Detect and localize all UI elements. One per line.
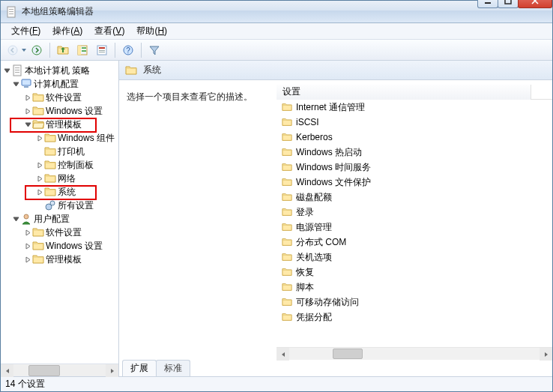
maximize-button[interactable] bbox=[498, 0, 519, 8]
list-header: 设置 bbox=[276, 85, 552, 100]
tree-label: 打印机 bbox=[58, 145, 85, 158]
list-item[interactable]: iSCSI bbox=[276, 115, 552, 130]
toolbar-separator bbox=[115, 43, 115, 58]
scroll-right-icon[interactable] bbox=[106, 364, 118, 377]
scroll-track[interactable] bbox=[13, 365, 106, 376]
folder-icon bbox=[44, 172, 56, 184]
settings-list[interactable]: Internet 通信管理iSCSIKerberosWindows 热启动Win… bbox=[276, 100, 552, 347]
tree-printers[interactable]: 打印机 bbox=[2, 145, 118, 158]
forward-button[interactable] bbox=[28, 42, 46, 58]
svg-point-11 bbox=[32, 46, 41, 55]
tree[interactable]: 本地计算机 策略 计算机配置 软件设置 Windows 设置 bbox=[1, 61, 118, 364]
menu-action[interactable]: 操作(A) bbox=[46, 23, 88, 39]
scroll-right-icon[interactable] bbox=[540, 348, 552, 361]
list-item[interactable]: 关机选项 bbox=[276, 250, 552, 265]
close-button[interactable] bbox=[518, 0, 552, 8]
list-item-label: Windows 文件保护 bbox=[296, 176, 371, 189]
twist-closed-icon[interactable] bbox=[23, 108, 32, 115]
scroll-thumb[interactable] bbox=[333, 349, 363, 359]
app-icon bbox=[5, 6, 17, 18]
tree-u-admin-templates[interactable]: 管理模板 bbox=[2, 253, 118, 266]
tree-user-config[interactable]: 用户配置 bbox=[2, 212, 118, 226]
tree-admin-templates[interactable]: 管理模板 bbox=[2, 118, 118, 131]
svg-rect-19 bbox=[99, 52, 105, 52]
tree-root[interactable]: 本地计算机 策略 bbox=[2, 64, 118, 77]
tree-network[interactable]: 网络 bbox=[2, 172, 118, 185]
twist-closed-icon[interactable] bbox=[23, 229, 32, 236]
minimize-button[interactable] bbox=[477, 0, 498, 8]
toolbar-separator bbox=[141, 43, 142, 58]
folder-icon bbox=[44, 186, 56, 198]
list-horizontal-scrollbar[interactable] bbox=[276, 347, 552, 360]
detail-pane: 系统 选择一个项目来查看它的描述。 设置 Internet 通信管理iSCSIK… bbox=[119, 61, 552, 376]
tree-label: 软件设置 bbox=[46, 226, 82, 239]
tree-label: 系统 bbox=[58, 186, 76, 199]
list-item[interactable]: 电源管理 bbox=[276, 220, 552, 235]
twist-open-icon[interactable] bbox=[11, 81, 20, 88]
scroll-left-icon[interactable] bbox=[1, 364, 13, 377]
up-button[interactable] bbox=[54, 42, 72, 58]
tree-windows-components[interactable]: Windows 组件 bbox=[2, 131, 118, 145]
twist-closed-icon[interactable] bbox=[35, 135, 44, 142]
list-item[interactable]: 凭据分配 bbox=[276, 310, 552, 325]
folder-icon bbox=[125, 64, 137, 76]
user-icon bbox=[20, 213, 32, 225]
tree-software-settings[interactable]: 软件设置 bbox=[2, 91, 118, 104]
tree-pane: 本地计算机 策略 计算机配置 软件设置 Windows 设置 bbox=[1, 61, 119, 376]
menu-bar: 文件(F) 操作(A) 查看(V) 帮助(H) bbox=[1, 23, 552, 40]
tree-u-windows-settings[interactable]: Windows 设置 bbox=[2, 239, 118, 253]
tree-horizontal-scrollbar[interactable] bbox=[1, 364, 118, 376]
folder-icon bbox=[281, 222, 293, 232]
tab-extended[interactable]: 扩展 bbox=[122, 360, 157, 376]
list-item-label: 脚本 bbox=[296, 281, 314, 294]
twist-closed-icon[interactable] bbox=[23, 94, 32, 101]
properties-button[interactable] bbox=[93, 42, 111, 58]
twist-closed-icon[interactable] bbox=[23, 243, 32, 250]
tab-standard[interactable]: 标准 bbox=[156, 360, 190, 376]
twist-closed-icon[interactable] bbox=[35, 175, 44, 182]
tree-system[interactable]: 系统 bbox=[2, 185, 118, 199]
twist-open-icon[interactable] bbox=[11, 216, 20, 223]
computer-icon bbox=[20, 78, 32, 90]
back-button[interactable] bbox=[4, 42, 22, 58]
list-item[interactable]: Windows 文件保护 bbox=[276, 175, 552, 190]
scroll-thumb[interactable] bbox=[28, 365, 60, 376]
column-label: 设置 bbox=[282, 85, 300, 98]
twist-closed-icon[interactable] bbox=[35, 162, 44, 169]
tree-computer-config[interactable]: 计算机配置 bbox=[2, 77, 118, 91]
folder-icon bbox=[281, 297, 293, 307]
menu-file[interactable]: 文件(F) bbox=[5, 23, 46, 39]
tree-windows-settings[interactable]: Windows 设置 bbox=[2, 104, 118, 118]
tree-label: Windows 设置 bbox=[46, 105, 103, 118]
folder-icon bbox=[281, 117, 293, 127]
list-item[interactable]: 恢复 bbox=[276, 265, 552, 280]
twist-open-icon[interactable] bbox=[2, 67, 11, 74]
back-dropdown[interactable] bbox=[22, 42, 26, 58]
list-item[interactable]: Windows 时间服务 bbox=[276, 160, 552, 175]
tree-u-software-settings[interactable]: 软件设置 bbox=[2, 226, 118, 239]
list-item[interactable]: 登录 bbox=[276, 205, 552, 220]
list-item[interactable]: Kerberos bbox=[276, 130, 552, 145]
list-item[interactable]: Internet 通信管理 bbox=[276, 100, 552, 115]
svg-rect-13 bbox=[78, 46, 81, 55]
tree-all-settings[interactable]: 所有设置 bbox=[2, 199, 118, 212]
twist-closed-icon[interactable] bbox=[35, 189, 44, 196]
column-settings[interactable]: 设置 bbox=[276, 85, 531, 100]
twist-open-icon[interactable] bbox=[23, 121, 32, 128]
show-hide-tree-button[interactable] bbox=[73, 42, 91, 58]
twist-closed-icon[interactable] bbox=[23, 256, 32, 263]
menu-help[interactable]: 帮助(H) bbox=[130, 23, 173, 39]
list-item[interactable]: 磁盘配额 bbox=[276, 190, 552, 205]
filter-button[interactable] bbox=[145, 42, 163, 58]
folder-icon bbox=[281, 237, 293, 247]
list-item[interactable]: Windows 热启动 bbox=[276, 145, 552, 160]
help-button[interactable]: ? bbox=[119, 42, 137, 58]
list-item[interactable]: 分布式 COM bbox=[276, 235, 552, 250]
list-item-label: 分布式 COM bbox=[296, 236, 346, 249]
menu-view[interactable]: 查看(V) bbox=[88, 23, 130, 39]
list-item[interactable]: 可移动存储访问 bbox=[276, 295, 552, 310]
tree-control-panel[interactable]: 控制面板 bbox=[2, 158, 118, 172]
list-item[interactable]: 脚本 bbox=[276, 280, 552, 295]
body: 本地计算机 策略 计算机配置 软件设置 Windows 设置 bbox=[1, 61, 552, 376]
scroll-left-icon[interactable] bbox=[276, 348, 289, 361]
